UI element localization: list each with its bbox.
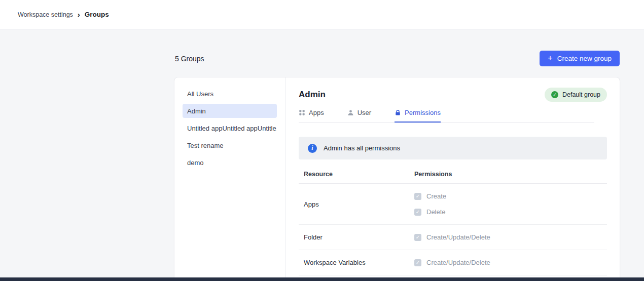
bottom-bar: [0, 277, 644, 281]
user-icon: [347, 109, 354, 116]
breadcrumb-workspace-settings[interactable]: Workspace settings: [18, 11, 73, 18]
tab-apps[interactable]: Apps: [299, 109, 324, 122]
breadcrumb-groups: Groups: [85, 11, 109, 18]
table-row-folder: Folder ✓ Create/Update/Delete: [299, 225, 607, 250]
permission-label: Create/Update/Delete: [426, 259, 490, 266]
group-detail-panel: Admin ✓ Default group Apps: [286, 77, 620, 281]
create-new-group-label: Create new group: [557, 55, 612, 62]
tab-apps-label: Apps: [309, 109, 324, 116]
tab-permissions[interactable]: Permissions: [395, 109, 441, 122]
checkbox-folder-cud[interactable]: ✓: [414, 234, 421, 241]
permissions-cell: ✓ Create/Update/Delete: [414, 255, 607, 270]
group-item-untitled-app[interactable]: Untitled appUntitled appUntitle…: [183, 121, 277, 135]
group-item-test-rename[interactable]: Test rename: [183, 138, 277, 152]
resource-label: Folder: [304, 233, 414, 241]
resource-label: Workspace Variables: [304, 259, 414, 266]
chevron-right-icon: ›: [78, 11, 80, 18]
checkbox-workspace-variables-cud[interactable]: ✓: [414, 259, 421, 266]
default-group-badge: ✓ Default group: [545, 88, 607, 102]
groups-panel: All Users Admin Untitled appUntitled app…: [174, 77, 620, 281]
create-new-group-button[interactable]: + Create new group: [540, 51, 620, 66]
lock-icon: [395, 109, 401, 116]
permission-option: ✓ Create/Update/Delete: [414, 255, 607, 270]
permissions-table: Resource Permissions Apps ✓ Create ✓ Del…: [299, 165, 607, 275]
group-item-demo[interactable]: demo: [183, 155, 277, 170]
check-circle-icon: ✓: [551, 91, 558, 98]
groups-count-label: 5 Groups: [175, 55, 204, 63]
group-item-all-users[interactable]: All Users: [183, 87, 277, 101]
permission-option: ✓ Create/Update/Delete: [414, 229, 607, 245]
permission-option: ✓ Create: [414, 188, 607, 204]
default-group-badge-label: Default group: [562, 91, 600, 98]
tab-user-label: User: [357, 109, 371, 116]
table-row-workspace-variables: Workspace Variables ✓ Create/Update/Dele…: [299, 250, 607, 275]
group-detail-header: Admin ✓ Default group: [299, 88, 607, 102]
permission-label: Delete: [426, 208, 446, 216]
permissions-table-header: Resource Permissions: [299, 165, 607, 184]
grid-icon: [299, 109, 305, 116]
permission-label: Create/Update/Delete: [426, 233, 490, 241]
group-detail-tabs: Apps User Permissions: [299, 109, 594, 123]
tab-user[interactable]: User: [347, 109, 371, 122]
column-header-permissions: Permissions: [414, 171, 607, 178]
checkbox-delete[interactable]: ✓: [414, 209, 421, 216]
permission-option: ✓ Delete: [414, 204, 607, 220]
checkbox-create[interactable]: ✓: [414, 193, 421, 200]
info-icon: i: [308, 144, 317, 153]
plus-icon: +: [548, 54, 552, 62]
top-bar: Workspace settings › Groups: [0, 0, 644, 29]
resource-label: Apps: [304, 200, 414, 208]
table-row-apps: Apps ✓ Create ✓ Delete: [299, 184, 607, 225]
group-item-admin[interactable]: Admin: [183, 104, 277, 118]
permission-label: Create: [426, 192, 446, 200]
permissions-info-text: Admin has all permissions: [324, 144, 400, 152]
permissions-cell: ✓ Create ✓ Delete: [414, 188, 607, 220]
group-list: All Users Admin Untitled appUntitled app…: [174, 77, 286, 281]
tab-permissions-label: Permissions: [405, 109, 441, 116]
column-header-resource: Resource: [304, 171, 414, 178]
group-title: Admin: [299, 90, 326, 100]
permissions-info-banner: i Admin has all permissions: [299, 137, 607, 159]
page: Workspace settings › Groups 5 Groups + C…: [0, 0, 644, 281]
permissions-cell: ✓ Create/Update/Delete: [414, 229, 607, 245]
